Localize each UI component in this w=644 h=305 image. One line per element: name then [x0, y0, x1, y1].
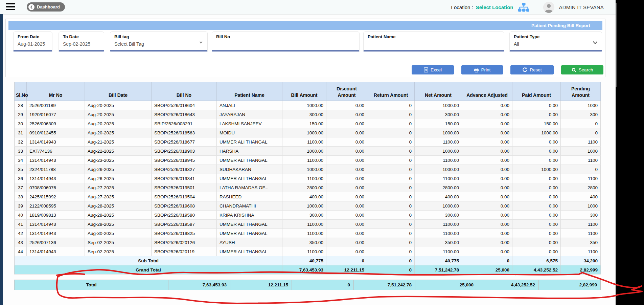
bill-no-input[interactable]	[216, 41, 341, 47]
table-cell: 0.00	[326, 156, 367, 165]
table-cell: 0.00	[512, 147, 561, 156]
table-cell: Aug-28-2025	[85, 201, 152, 211]
table-cell: SBOP/2526/019825	[152, 229, 217, 238]
bill-tag-select[interactable]: Select Bill Tag	[114, 41, 194, 47]
table-cell: 29	[15, 110, 27, 119]
table-row: 401819/009813Aug-28-2025SBOP/2526/019580…	[15, 211, 601, 220]
table-cell: 0	[367, 128, 415, 137]
table-cell: UMMER ALI THANGAL	[217, 156, 282, 165]
grandtotal-row-value: 0	[367, 265, 415, 275]
table-cell: RASHEED	[217, 192, 282, 201]
table-cell: 0.00	[512, 201, 561, 211]
table-cell: 1314/014943	[27, 137, 85, 147]
table-cell: SUDHAKARAN	[217, 165, 282, 174]
print-icon	[474, 68, 479, 72]
table-cell: SBIP/2526/008291	[152, 119, 217, 128]
table-cell: SBOP/2526/019608	[152, 201, 217, 211]
location-select-link[interactable]: Select Location	[476, 4, 513, 10]
table-cell: Aug-20-2025	[85, 128, 152, 137]
patient-type-select[interactable]: All	[514, 41, 589, 47]
table-cell: 0.00	[462, 183, 512, 192]
patient-type-field[interactable]: Patient Type All	[509, 31, 602, 51]
patient-name-field[interactable]: Patient Name	[363, 31, 504, 51]
table-cell: 0.00	[512, 192, 561, 201]
table-cell: SBOP/2526/019327	[152, 165, 217, 174]
table-cell: 33	[15, 147, 27, 156]
print-button[interactable]: Print	[461, 65, 503, 74]
table-cell: Aug-27-2025	[85, 183, 152, 192]
table-cell: 32	[15, 137, 27, 147]
table-row: 382425/015992Aug-27-2025SBOP/2526/019504…	[15, 192, 601, 201]
bill-tag-field[interactable]: Bill tag Select Bill Tag	[110, 31, 208, 51]
table-cell: 350.00	[415, 238, 462, 247]
table-cell: 0	[367, 220, 415, 229]
vertical-scrollbar[interactable]	[616, 3, 617, 87]
table-cell: 0.00	[462, 201, 512, 211]
dashboard-button[interactable]: Dashboard	[27, 2, 65, 12]
table-cell: 2526/006309	[27, 119, 85, 128]
menu-icon[interactable]	[6, 3, 15, 11]
table-cell: Aug-20-2025	[85, 101, 152, 110]
table-cell: 0.00	[512, 137, 561, 147]
avatar[interactable]	[543, 2, 554, 13]
table-cell: 2800	[561, 183, 601, 192]
column-header: Discount Amount	[326, 82, 367, 101]
table-cell: 2800.00	[415, 183, 462, 192]
svg-text:x: x	[425, 69, 427, 72]
table-cell: 41	[15, 220, 27, 229]
table-cell: UMMER ALI THANGAL	[217, 229, 282, 238]
excel-button[interactable]: x Excel	[412, 65, 454, 74]
to-date-label: To Date	[63, 34, 100, 39]
grandtotal-row-value: 7,63,453.93	[282, 265, 326, 275]
to-date-input[interactable]	[63, 41, 96, 47]
table-cell: 0.00	[326, 110, 367, 119]
table-row: 411314/014943Aug-28-2025SBOP/2526/019587…	[15, 220, 601, 229]
table-cell: 1000.00	[512, 165, 561, 174]
table-cell: 2800.00	[282, 183, 326, 192]
patient-name-input[interactable]	[368, 41, 487, 47]
bill-no-field[interactable]: Bill No	[212, 31, 360, 51]
table-cell: 1100.00	[282, 220, 326, 229]
search-button[interactable]: Search	[561, 65, 603, 74]
table-cell: 0.00	[462, 229, 512, 238]
from-date-input[interactable]	[18, 41, 45, 47]
column-header: Bill Date	[85, 82, 152, 101]
table-cell: 1100.00	[282, 156, 326, 165]
table-cell: 30	[15, 119, 27, 128]
table-cell: JAYARAJAN	[217, 110, 282, 119]
column-header: Advance Adjusted	[462, 82, 512, 101]
table-cell: SBOP/2526/020119	[152, 247, 217, 256]
table-cell: 38	[15, 192, 27, 201]
table-cell: EXT/74136	[27, 147, 85, 156]
table-cell: 1000	[561, 147, 601, 156]
table-cell: 300	[561, 110, 601, 119]
table-cell: 1100	[561, 220, 601, 229]
reset-button[interactable]: Reset	[510, 65, 554, 74]
table-cell: 2526/001189	[27, 101, 85, 110]
chevron-down-icon	[593, 40, 598, 46]
table-cell: 1100	[561, 156, 601, 165]
table-cell: UMMER ALI THANGAL	[217, 174, 282, 183]
refresh-icon	[522, 67, 527, 72]
table-cell: 0.00	[462, 101, 512, 110]
table-cell: 0.00	[462, 110, 512, 119]
table-cell: 0.00	[326, 147, 367, 156]
table-cell: 1000	[561, 201, 601, 211]
table-cell: 34	[15, 156, 27, 165]
table-cell: Aug-27-2025	[85, 192, 152, 201]
total-value: 2,82,999	[539, 280, 601, 290]
table-cell: 0	[367, 247, 415, 256]
table-cell: Aug-20-2025	[85, 110, 152, 119]
table-cell: 1000	[561, 101, 601, 110]
table-cell: HARSHA	[217, 147, 282, 156]
table-cell: 0	[367, 211, 415, 220]
sitemap-icon[interactable]	[518, 3, 529, 12]
table-cell: 0708/006076	[27, 183, 85, 192]
table-cell: Aug-22-2025	[85, 147, 152, 156]
to-date-field[interactable]: To Date	[59, 31, 104, 51]
table-cell: 0910/012455	[27, 128, 85, 137]
table-cell: LATHA RAMADAS OF...	[217, 183, 282, 192]
table-row: 421314/014943Aug-30-2025SBOP/2526/019825…	[15, 229, 601, 238]
table-cell: 0.00	[462, 238, 512, 247]
from-date-field[interactable]: From Date	[13, 31, 52, 51]
